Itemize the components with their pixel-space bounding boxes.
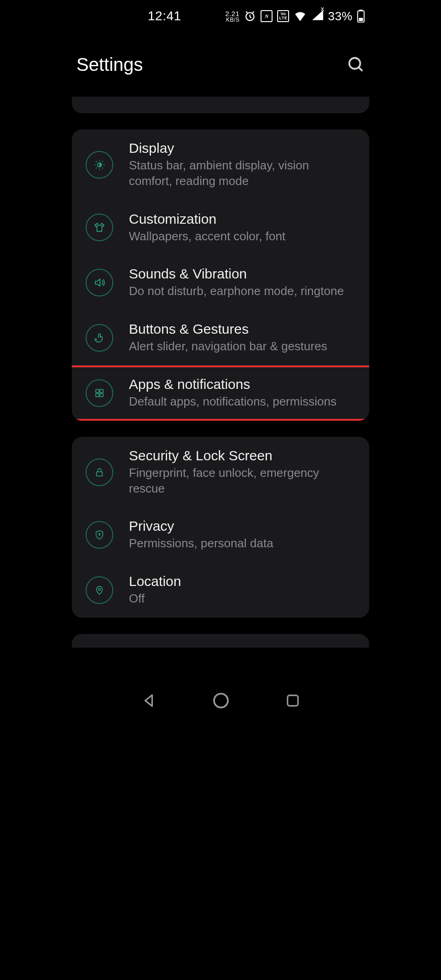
cellular-signal-icon: x (311, 9, 323, 23)
back-button[interactable] (140, 692, 157, 709)
navigation-bar (58, 678, 383, 722)
gesture-icon (86, 324, 113, 352)
page-header: Settings (58, 32, 383, 97)
item-subtitle: Off (129, 591, 355, 607)
status-icons: 2.21 KB/S N Vo LTE x 33% (225, 9, 365, 23)
settings-item-privacy[interactable]: Privacy Permissions, personal data (72, 507, 369, 562)
shield-icon (86, 521, 113, 549)
battery-icon (357, 10, 365, 23)
settings-item-apps[interactable]: Apps & notifications Default apps, notif… (72, 365, 369, 421)
alarm-icon (244, 10, 256, 22)
item-subtitle: Do not disturb, earphone mode, ringtone (129, 284, 355, 299)
net-speed-indicator: 2.21 KB/S (225, 10, 239, 23)
item-subtitle: Fingerprint, face unlock, emergency resc… (129, 465, 355, 497)
item-title: Buttons & Gestures (129, 321, 355, 337)
tshirt-icon (86, 214, 113, 241)
svg-point-12 (99, 533, 100, 535)
item-title: Customization (129, 211, 355, 227)
item-title: Sounds & Vibration (129, 266, 355, 282)
status-bar: 12:41 2.21 KB/S N Vo LTE x 33% (58, 0, 383, 32)
speaker-icon (86, 269, 113, 296)
card-partial-top (72, 97, 369, 113)
settings-item-customization[interactable]: Customization Wallpapers, accent color, … (72, 200, 369, 255)
item-subtitle: Wallpapers, accent color, font (129, 229, 355, 244)
svg-rect-11 (97, 472, 103, 476)
svg-point-4 (349, 58, 360, 69)
settings-group: Display Status bar, ambient display, vis… (72, 129, 369, 421)
item-subtitle: Default apps, notifications, permissions (129, 394, 355, 410)
settings-item-buttons[interactable]: Buttons & Gestures Alert slider, navigat… (72, 310, 369, 365)
page-title: Settings (76, 54, 143, 75)
recents-button[interactable] (285, 693, 301, 708)
svg-point-13 (99, 588, 101, 591)
settings-item-security[interactable]: Security & Lock Screen Fingerprint, face… (72, 437, 369, 508)
lock-icon (86, 458, 113, 486)
svg-point-14 (214, 694, 228, 707)
nfc-icon: N (261, 10, 273, 22)
item-subtitle: Status bar, ambient display, vision comf… (129, 158, 355, 189)
pin-icon (86, 576, 113, 604)
wifi-icon (294, 11, 307, 21)
item-subtitle: Permissions, personal data (129, 536, 355, 551)
search-icon[interactable] (347, 56, 365, 73)
clock: 12:41 (148, 9, 181, 23)
item-title: Display (129, 140, 355, 156)
svg-rect-15 (287, 695, 298, 706)
volte-icon: Vo LTE (277, 10, 289, 22)
settings-item-location[interactable]: Location Off (72, 562, 369, 618)
apps-icon (86, 379, 113, 407)
display-icon (86, 151, 113, 179)
card-partial-bottom (72, 634, 369, 648)
svg-rect-8 (100, 389, 103, 393)
item-subtitle: Alert slider, navigation bar & gestures (129, 339, 355, 354)
settings-group: Security & Lock Screen Fingerprint, face… (72, 437, 369, 618)
battery-percent: 33% (328, 9, 353, 23)
item-title: Location (129, 574, 355, 589)
item-title: Privacy (129, 518, 355, 534)
svg-rect-9 (96, 394, 99, 397)
svg-line-5 (359, 67, 362, 71)
svg-rect-7 (96, 389, 99, 393)
svg-rect-10 (100, 394, 103, 397)
settings-scroll[interactable]: Display Status bar, ambient display, vis… (58, 97, 383, 678)
svg-rect-3 (359, 18, 363, 21)
item-title: Security & Lock Screen (129, 448, 355, 464)
home-button[interactable] (212, 691, 230, 710)
settings-item-sounds[interactable]: Sounds & Vibration Do not disturb, earph… (72, 255, 369, 310)
item-title: Apps & notifications (129, 377, 355, 392)
settings-item-display[interactable]: Display Status bar, ambient display, vis… (72, 129, 369, 200)
